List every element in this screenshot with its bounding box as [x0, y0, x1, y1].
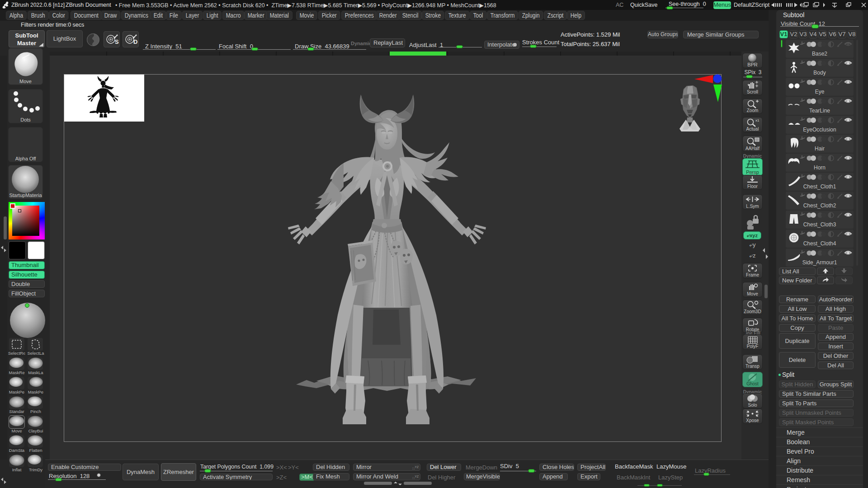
svg-text:x1: x1	[755, 118, 760, 122]
svg-text:S: S	[115, 38, 119, 45]
svg-text:D: D	[133, 38, 137, 45]
